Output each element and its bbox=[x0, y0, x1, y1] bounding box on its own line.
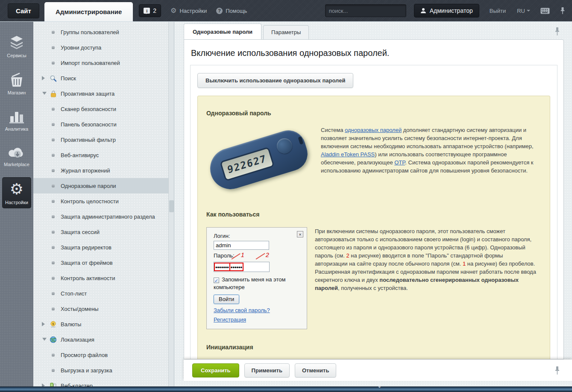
content-pin-icon[interactable] bbox=[554, 27, 560, 36]
device-lcd: 922627 bbox=[220, 147, 275, 181]
sidebar-item-защита-редиректов[interactable]: Защита редиректов bbox=[33, 240, 174, 255]
sidebar-item-label: Просмотр файлов bbox=[61, 352, 108, 358]
topbar: Сайт Администрирование i 2 ⚙ Настройки ?… bbox=[0, 0, 572, 21]
sidebar-item-веб-кластер[interactable]: Веб-кластер bbox=[33, 378, 174, 386]
language-label: RU bbox=[517, 8, 525, 14]
topbar-help-button[interactable]: ? Помощь bbox=[216, 8, 247, 14]
sidebar-item-веб-антивирус[interactable]: Веб-антивирус bbox=[33, 147, 174, 163]
inline-link[interactable]: Aladdin eToken PASS bbox=[321, 151, 375, 158]
sidebar-item-поиск[interactable]: Поиск bbox=[33, 70, 174, 86]
rail-item-сервисы[interactable]: Сервисы bbox=[2, 32, 31, 61]
sidebar-item-импорт-пользователей[interactable]: Импорт пользователей bbox=[33, 55, 174, 70]
resize-handle-icon[interactable]: ⇕ bbox=[378, 384, 381, 389]
bullet-icon bbox=[52, 354, 55, 357]
bullet-icon bbox=[52, 154, 55, 157]
currency-icon: $ bbox=[50, 321, 57, 328]
device-code: 922627 bbox=[227, 152, 267, 176]
notifications-button[interactable]: i 2 bbox=[139, 4, 161, 17]
sidebar-item-одноразовые-пароли[interactable]: Одноразовые пароли bbox=[33, 178, 174, 193]
user-button[interactable]: Администратор bbox=[414, 4, 479, 18]
tab-одноразовые-пароли[interactable]: Одноразовые пароли bbox=[184, 23, 261, 39]
sidebar-item-выгрузка-и-загрузка[interactable]: Выгрузка и загрузка bbox=[33, 363, 174, 378]
sidebar-item-валюты[interactable]: $Валюты bbox=[33, 316, 174, 332]
cancel-button[interactable]: Отменить bbox=[295, 363, 337, 377]
footer-pin-icon[interactable] bbox=[554, 366, 560, 375]
rail-item-аналитика[interactable]: Аналитика bbox=[2, 105, 31, 135]
chevron-down-icon bbox=[527, 10, 530, 13]
close-icon[interactable]: × bbox=[297, 231, 303, 237]
search-box[interactable] bbox=[325, 4, 406, 17]
rail-item-marketplace[interactable]: Marketplace bbox=[2, 142, 31, 170]
bullet-icon bbox=[52, 31, 55, 34]
bottom-resize-bar[interactable]: ⇕ bbox=[0, 386, 572, 392]
sidebar-item-проактивная-защита[interactable]: Проактивная защита bbox=[33, 86, 174, 101]
language-selector[interactable]: RU bbox=[517, 8, 530, 14]
rail-item-label: Настройки bbox=[5, 200, 28, 205]
password-input[interactable]: ••••••• •••••• bbox=[214, 262, 270, 272]
sidebar-item-label: Уровни доступа bbox=[61, 44, 101, 51]
marketplace-icon bbox=[7, 146, 26, 159]
sidebar-item-защита-от-фреймов[interactable]: Защита от фреймов bbox=[33, 255, 174, 270]
sidebar-item-защита-сессий[interactable]: Защита сессий bbox=[33, 224, 174, 240]
menu-list: Группы пользователейУровни доступаИмпорт… bbox=[33, 24, 174, 386]
menu-expand-toggle[interactable] bbox=[42, 383, 47, 386]
remember-me-checkbox[interactable]: ✓ bbox=[214, 278, 219, 283]
bullet-icon bbox=[52, 369, 55, 372]
tab-admin[interactable]: Администрирование bbox=[44, 2, 133, 21]
content-area: Одноразовые паролиПараметры Включение ис… bbox=[174, 22, 572, 386]
sidebar-item-label: Поиск bbox=[61, 75, 76, 82]
sidebar-item-хосты-домены[interactable]: Хосты/домены bbox=[33, 301, 174, 316]
menu-expand-toggle[interactable] bbox=[42, 322, 47, 326]
sidebar-item-label: Защита от фреймов bbox=[61, 260, 113, 266]
topbar-help-label: Помощь bbox=[226, 8, 247, 14]
section-init-header: Инициализация bbox=[206, 344, 541, 351]
sidebar-item-группы-пользователей[interactable]: Группы пользователей bbox=[33, 24, 174, 40]
registration-link[interactable]: Регистрация bbox=[214, 316, 300, 323]
bullet-icon bbox=[50, 167, 57, 174]
inline-link[interactable]: OTP bbox=[394, 159, 405, 166]
bullet-icon bbox=[52, 123, 55, 126]
sidebar-item-контроль-целостности[interactable]: Контроль целостности bbox=[33, 193, 174, 209]
sidebar-item-контроль-активности[interactable]: Контроль активности bbox=[33, 270, 174, 286]
sidebar-item-проактивный-фильтр[interactable]: Проактивный фильтр bbox=[33, 132, 174, 147]
user-icon bbox=[420, 8, 426, 14]
sidebar-item-стоп-лист[interactable]: Стоп-лист bbox=[33, 286, 174, 301]
sidebar-item-журнал-вторжений[interactable]: Журнал вторжений bbox=[33, 163, 174, 178]
tab-site[interactable]: Сайт bbox=[8, 3, 39, 18]
sidebar-item-label: Группы пользователей bbox=[61, 29, 119, 35]
menu-expand-toggle[interactable] bbox=[42, 76, 47, 80]
pin-icon[interactable] bbox=[560, 7, 565, 15]
sidebar-item-уровни-доступа[interactable]: Уровни доступа bbox=[33, 40, 174, 55]
bullet-icon bbox=[50, 136, 57, 143]
left-rail: СервисыМагазинАналитикаMarketplace⚙Настр… bbox=[0, 22, 33, 386]
notifications-count: 2 bbox=[153, 7, 156, 14]
menu-scrollbar-thumb[interactable] bbox=[169, 200, 174, 212]
save-button[interactable]: Сохранить bbox=[192, 363, 239, 377]
login-submit-button[interactable]: Войти bbox=[214, 295, 239, 304]
forgot-password-link[interactable]: Забыли свой пароль? bbox=[214, 307, 300, 313]
keyboard-icon[interactable] bbox=[540, 8, 550, 14]
sidebar-item-локализация[interactable]: Локализация bbox=[33, 332, 174, 347]
sidebar-item-label: Панель безопасности bbox=[61, 121, 117, 128]
tab-параметры[interactable]: Параметры bbox=[263, 25, 309, 39]
menu-scrollbar[interactable] bbox=[168, 22, 174, 386]
sidebar-item-панель-безопасности[interactable]: Панель безопасности bbox=[33, 117, 174, 132]
search-input[interactable] bbox=[329, 8, 404, 14]
topbar-settings-button[interactable]: ⚙ Настройки bbox=[170, 7, 207, 14]
sidebar-item-защита-административного-раздела[interactable]: Защита административного раздела bbox=[33, 209, 174, 224]
menu-expand-toggle[interactable] bbox=[42, 336, 47, 343]
menu-expand-toggle[interactable] bbox=[42, 90, 47, 97]
disable-otp-button[interactable]: Выключить использование одноразовых паро… bbox=[197, 73, 353, 88]
sidebar-item-сканер-безопасности[interactable]: Сканер безопасности bbox=[33, 101, 174, 117]
apply-button[interactable]: Применить bbox=[244, 363, 290, 377]
logout-link[interactable]: Выйти bbox=[490, 8, 506, 14]
rail-item-настройки[interactable]: ⚙Настройки bbox=[2, 177, 31, 208]
login-input[interactable] bbox=[214, 241, 269, 250]
section-usage-header: Как пользоваться bbox=[206, 211, 541, 218]
etoken-device-image: 922627 bbox=[206, 126, 313, 196]
cluster-icon bbox=[50, 382, 57, 387]
inline-link[interactable]: одноразовых паролей bbox=[345, 127, 402, 133]
rail-item-магазин[interactable]: Магазин bbox=[2, 68, 31, 99]
section-otp-text: Система одноразовых паролей дополняет ст… bbox=[321, 126, 541, 196]
sidebar-item-просмотр-файлов[interactable]: Просмотр файлов bbox=[33, 347, 174, 363]
